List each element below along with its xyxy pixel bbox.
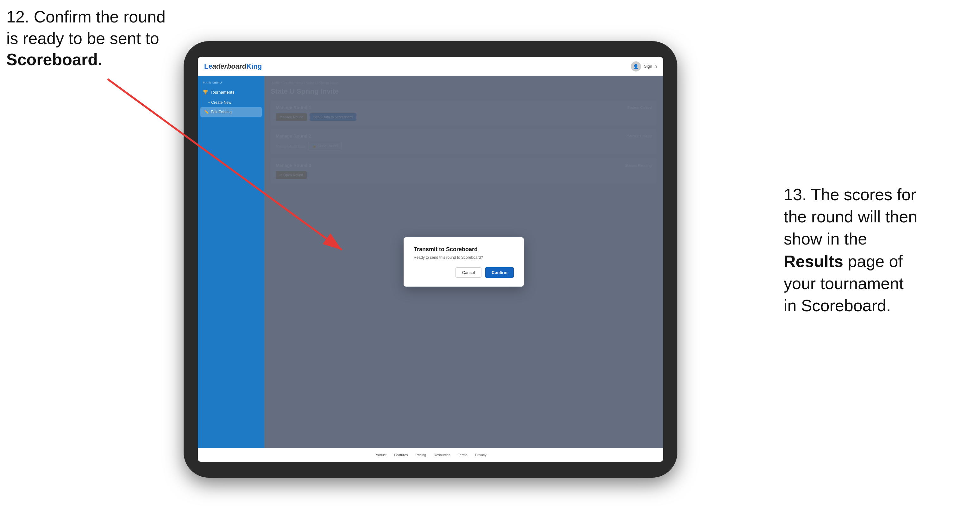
sidebar-menu-label: MAIN MENU (198, 81, 264, 84)
modal-overlay: Transmit to Scoreboard Ready to send thi… (264, 76, 663, 448)
annotation-right-text: 13. The scores for the round will then s… (784, 186, 917, 315)
trophy-icon: 🏆 (203, 90, 208, 95)
tablet-screen: LeaderboardKing 👤 Sign In MAIN MENU 🏆 To… (198, 57, 663, 462)
sign-in-link[interactable]: Sign In (644, 64, 657, 69)
annotation-right: 13. The scores for the round will then s… (784, 184, 961, 317)
modal-buttons: Cancel Confirm (414, 267, 514, 278)
footer-privacy-link[interactable]: Privacy (475, 453, 487, 457)
main-layout: MAIN MENU 🏆 Tournaments + Create New ✏️ … (198, 76, 663, 448)
annotation-top-left: 12. Confirm the round is ready to be sen… (6, 6, 165, 71)
annotation-line3: Scoreboard. (6, 50, 102, 69)
annotation-results-bold: Results (784, 252, 843, 270)
modal-title: Transmit to Scoreboard (414, 246, 514, 253)
footer-product-link[interactable]: Product (374, 453, 387, 457)
sidebar-tournaments-label: Tournaments (210, 90, 234, 95)
top-nav: LeaderboardKing 👤 Sign In (198, 57, 663, 76)
confirm-button[interactable]: Confirm (485, 267, 514, 278)
sidebar-item-tournaments[interactable]: 🏆 Tournaments (198, 87, 264, 98)
annotation-line1: 12. Confirm the round (6, 8, 165, 26)
sidebar-edit-existing-label: Edit Existing (211, 110, 232, 114)
cancel-button[interactable]: Cancel (455, 267, 482, 278)
transmit-modal: Transmit to Scoreboard Ready to send thi… (404, 237, 524, 287)
footer-features-link[interactable]: Features (394, 453, 408, 457)
sidebar-create-new-label: + Create New (208, 100, 231, 105)
footer-resources-link[interactable]: Resources (434, 453, 450, 457)
nav-right: 👤 Sign In (631, 61, 657, 71)
logo-area: LeaderboardKing (204, 62, 262, 71)
modal-subtitle: Ready to send this round to Scoreboard? (414, 255, 514, 260)
sidebar-create-new[interactable]: + Create New (198, 98, 264, 107)
sidebar-edit-existing[interactable]: ✏️ Edit Existing (200, 107, 262, 117)
logo: LeaderboardKing (204, 62, 262, 71)
footer-pricing-link[interactable]: Pricing (415, 453, 426, 457)
sidebar: MAIN MENU 🏆 Tournaments + Create New ✏️ … (198, 76, 264, 448)
footer: Product Features Pricing Resources Terms… (198, 448, 663, 462)
edit-icon: ✏️ (204, 110, 209, 114)
content-area: Home › Tournaments › State U Spring Invi… (264, 76, 663, 448)
tablet-device: LeaderboardKing 👤 Sign In MAIN MENU 🏆 To… (184, 41, 678, 478)
annotation-line2: is ready to be sent to (6, 29, 159, 48)
footer-terms-link[interactable]: Terms (458, 453, 468, 457)
avatar: 👤 (631, 61, 641, 71)
